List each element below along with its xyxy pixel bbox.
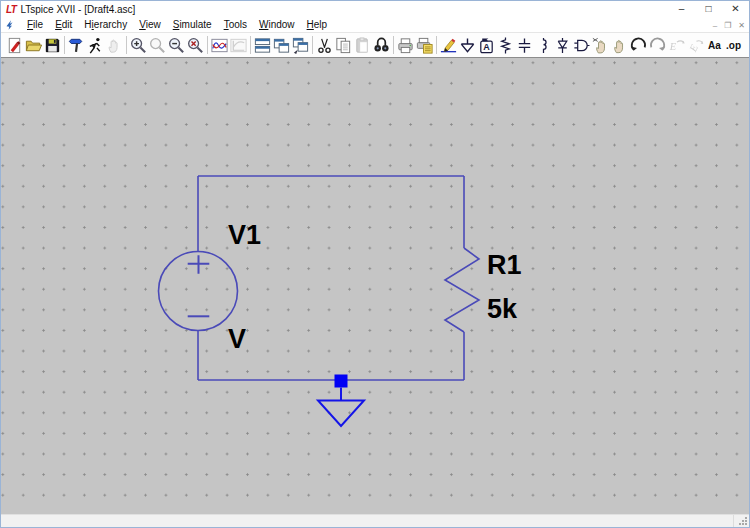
toolbar-separator <box>207 36 208 54</box>
cascade-windows-button[interactable] <box>291 34 310 56</box>
halt-icon <box>105 36 124 55</box>
spice-directive-icon: .op <box>726 40 741 51</box>
copy-button[interactable] <box>334 34 353 56</box>
menu-view[interactable]: View <box>133 18 167 32</box>
status-bar <box>1 514 749 527</box>
move-button[interactable] <box>591 34 610 56</box>
zoom-back-button[interactable] <box>148 34 167 56</box>
r1-designator-label[interactable]: R1 <box>487 252 522 279</box>
zoom-out-button[interactable] <box>167 34 186 56</box>
resistor-icon <box>496 36 515 55</box>
tile-horizontal-icon <box>253 36 272 55</box>
zoom-full-extents-button[interactable] <box>186 34 205 56</box>
mdi-window-controls: – ❐ ✕ <box>713 21 749 30</box>
tile-vertical-button[interactable] <box>272 34 291 56</box>
circuit-drawing <box>1 58 749 514</box>
cascade-windows-icon <box>291 36 310 55</box>
title-bar: LT LTspice XVII - [Draft4.asc] – □ ✕ <box>1 1 749 18</box>
run-button[interactable] <box>86 34 105 56</box>
diode-button[interactable] <box>553 34 572 56</box>
resistor-button[interactable] <box>496 34 515 56</box>
schematic-canvas[interactable]: V1 V R1 5k <box>1 57 749 514</box>
maximize-button[interactable]: □ <box>695 1 722 18</box>
print-preview-button[interactable] <box>415 34 434 56</box>
save-button[interactable] <box>43 34 62 56</box>
print-button[interactable] <box>396 34 415 56</box>
spice-directive-button[interactable]: .op <box>724 34 743 56</box>
zoom-in-button[interactable] <box>129 34 148 56</box>
component-button[interactable] <box>572 34 591 56</box>
text-icon: Aa <box>708 40 721 51</box>
mdi-minimize-button[interactable]: – <box>713 21 717 30</box>
menu-tools[interactable]: Tools <box>218 18 253 32</box>
ltspice-logo-icon: LT <box>6 4 16 15</box>
drag-button[interactable] <box>610 34 629 56</box>
rotate-button[interactable]: E <box>686 34 705 56</box>
undo-button[interactable] <box>629 34 648 56</box>
menu-file[interactable]: File <box>21 18 49 32</box>
wire-icon <box>439 36 458 55</box>
inductor-icon <box>534 36 553 55</box>
resistor-symbol[interactable] <box>445 248 479 332</box>
zoom-in-icon <box>129 36 148 55</box>
toolbar-separator <box>393 36 394 54</box>
open-button[interactable] <box>24 34 43 56</box>
halt-button[interactable] <box>105 34 124 56</box>
r1-value-label[interactable]: 5k <box>487 296 517 323</box>
run-icon <box>86 36 105 55</box>
close-button[interactable]: ✕ <box>722 1 749 18</box>
undo-icon <box>629 36 648 55</box>
inductor-button[interactable] <box>534 34 553 56</box>
toolbar-separator <box>250 36 251 54</box>
minimize-button[interactable]: – <box>668 1 695 18</box>
menu-window[interactable]: Window <box>253 18 301 32</box>
svg-text:A: A <box>483 42 490 52</box>
menu-help[interactable]: Help <box>301 18 334 32</box>
print-icon <box>396 36 415 55</box>
cut-button[interactable] <box>315 34 334 56</box>
label-net-button[interactable]: A <box>477 34 496 56</box>
toolbar-separator <box>436 36 437 54</box>
menu-items: FileEditHierarchyViewSimulateToolsWindow… <box>21 18 333 32</box>
menu-hierarchy[interactable]: Hierarchy <box>78 18 133 32</box>
paste-icon <box>353 36 372 55</box>
resize-grip[interactable] <box>733 515 749 527</box>
control-panel-button[interactable] <box>67 34 86 56</box>
v1-value-label[interactable]: V <box>228 326 246 353</box>
ground-symbol[interactable] <box>318 388 364 427</box>
waveform-pan-icon <box>229 36 248 55</box>
print-preview-icon <box>415 36 434 55</box>
mdi-close-button[interactable]: ✕ <box>738 21 745 30</box>
ground-icon <box>458 36 477 55</box>
ground-button[interactable] <box>458 34 477 56</box>
new-schematic-button[interactable] <box>5 34 24 56</box>
text-button[interactable]: Aa <box>705 34 724 56</box>
capacitor-button[interactable] <box>515 34 534 56</box>
v1-designator-label[interactable]: V1 <box>228 222 261 249</box>
tile-horizontal-button[interactable] <box>253 34 272 56</box>
svg-text:E: E <box>669 41 677 52</box>
menu-bar: FileEditHierarchyViewSimulateToolsWindow… <box>1 18 749 33</box>
diode-icon <box>553 36 572 55</box>
schematic-doc-icon <box>5 19 19 31</box>
cut-icon <box>315 36 334 55</box>
find-button[interactable] <box>372 34 391 56</box>
zoom-full-extents-icon <box>186 36 205 55</box>
menu-edit[interactable]: Edit <box>49 18 78 32</box>
redo-icon <box>648 36 667 55</box>
mdi-restore-button[interactable]: ❐ <box>724 21 731 30</box>
move-icon <box>591 36 610 55</box>
menu-simulate[interactable]: Simulate <box>167 18 218 32</box>
copy-icon <box>334 36 353 55</box>
autoscale-waveform-button[interactable] <box>210 34 229 56</box>
redo-button[interactable] <box>648 34 667 56</box>
wire-junction-node <box>335 375 348 388</box>
voltage-source-symbol[interactable] <box>159 252 238 331</box>
toolbar-separator <box>312 36 313 54</box>
mirror-button[interactable]: E <box>667 34 686 56</box>
wire-button[interactable] <box>439 34 458 56</box>
toolbar: AEEAa.op <box>1 33 749 57</box>
svg-text:E: E <box>687 42 700 54</box>
waveform-pan-button[interactable] <box>229 34 248 56</box>
paste-button[interactable] <box>353 34 372 56</box>
